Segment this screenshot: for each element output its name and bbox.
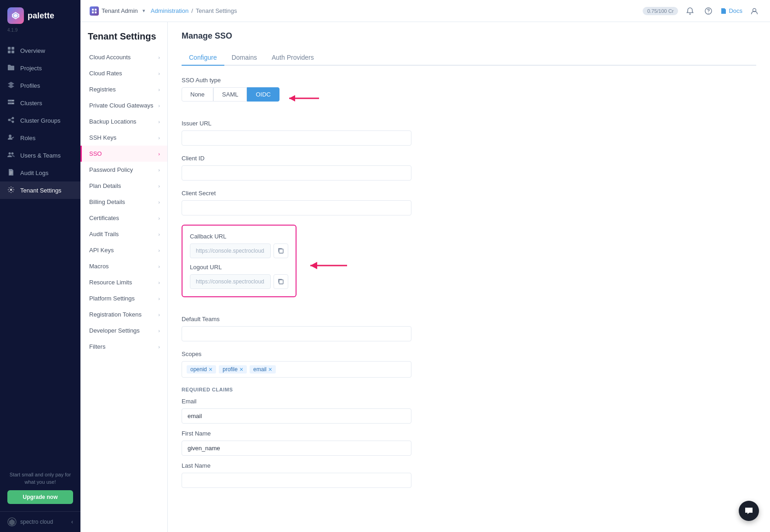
first-name-claim-input[interactable] — [182, 441, 411, 456]
scope-remove-openid[interactable]: × — [209, 366, 212, 373]
sidebar-item-tenant-settings[interactable]: Tenant Settings — [0, 181, 80, 199]
folder-icon — [7, 64, 16, 72]
settings-item-audit-trails[interactable]: Audit Trails › — [80, 226, 167, 242]
sidebar-item-clusters[interactable]: Clusters — [0, 94, 80, 112]
svg-point-21 — [10, 189, 12, 191]
copy-callback-url-button[interactable] — [274, 243, 288, 258]
copy-icon — [278, 248, 284, 254]
notifications-icon[interactable] — [684, 5, 696, 17]
issuer-url-input[interactable] — [182, 130, 411, 146]
sidebar-item-roles[interactable]: Roles — [0, 129, 80, 147]
scope-remove-email[interactable]: × — [268, 366, 272, 373]
settings-item-label: Cloud Rates — [89, 70, 122, 77]
svg-rect-24 — [92, 9, 94, 11]
server-icon — [7, 99, 16, 107]
settings-item-backup-locations[interactable]: Backup Locations › — [80, 113, 167, 130]
tab-domains[interactable]: Domains — [224, 50, 264, 66]
settings-item-api-keys[interactable]: API Keys › — [80, 242, 167, 258]
sidebar-item-projects[interactable]: Projects — [0, 59, 80, 77]
settings-item-cloud-rates[interactable]: Cloud Rates › — [80, 65, 167, 81]
sidebar-item-overview[interactable]: Overview — [0, 42, 80, 59]
settings-item-label: Certificates — [89, 215, 119, 221]
settings-item-label: Macros — [89, 263, 109, 270]
settings-item-certificates[interactable]: Certificates › — [80, 210, 167, 226]
client-id-input[interactable] — [182, 165, 411, 181]
auth-btn-saml[interactable]: SAML — [213, 87, 247, 102]
settings-item-macros[interactable]: Macros › — [80, 258, 167, 274]
settings-item-ssh-keys[interactable]: SSH Keys › — [80, 130, 167, 146]
tab-configure[interactable]: Configure — [182, 50, 224, 66]
default-teams-input[interactable] — [182, 326, 411, 341]
upgrade-button[interactable]: Upgrade now — [7, 490, 73, 504]
callback-url-input[interactable] — [190, 243, 271, 258]
callback-url-label: Callback URL — [190, 233, 288, 240]
breadcrumb-admin-link[interactable]: Administration — [151, 7, 188, 14]
settings-item-sso[interactable]: SSO › — [80, 146, 167, 162]
settings-item-cloud-accounts[interactable]: Cloud Accounts › — [80, 49, 167, 65]
chevron-right-icon: › — [158, 87, 160, 92]
breadcrumb: Administration / Tenant Settings — [151, 7, 237, 14]
copy-logout-url-button[interactable] — [274, 274, 288, 289]
sidebar-bottom: Start small and only pay for what you us… — [0, 464, 80, 511]
settings-item-plan-details[interactable]: Plan Details › — [80, 178, 167, 194]
auth-btn-none[interactable]: None — [182, 87, 213, 102]
scopes-label: Scopes — [182, 351, 756, 357]
chevron-right-icon: › — [158, 296, 160, 301]
tab-auth-providers[interactable]: Auth Providers — [264, 50, 321, 66]
svg-marker-0 — [12, 12, 19, 19]
sidebar-item-cluster-groups[interactable]: Cluster Groups — [0, 112, 80, 129]
sidebar-item-label: Cluster Groups — [20, 117, 60, 124]
settings-item-filters[interactable]: Filters › — [80, 339, 167, 355]
settings-item-label: SSO — [89, 150, 102, 157]
svg-rect-34 — [279, 249, 283, 253]
main-panel: Manage SSO Configure Domains Auth Provid… — [168, 22, 770, 532]
auth-btn-oidc[interactable]: OIDC — [247, 87, 279, 102]
sidebar-item-label: Audit Logs — [20, 170, 48, 176]
settings-item-private-cloud-gateways[interactable]: Private Cloud Gateways › — [80, 97, 167, 113]
scope-tag-email: email × — [250, 365, 276, 374]
tenant-name: Tenant Admin — [102, 7, 138, 14]
chevron-right-icon: › — [158, 312, 160, 317]
callback-section-wrapper: Callback URL Logout URL — [182, 225, 756, 306]
chevron-right-icon: › — [158, 183, 160, 189]
sidebar-item-users-teams[interactable]: Users & Teams — [0, 147, 80, 164]
settings-item-password-policy[interactable]: Password Policy › — [80, 162, 167, 178]
chevron-right-icon: › — [158, 151, 160, 157]
settings-item-developer-settings[interactable]: Developer Settings › — [80, 323, 167, 339]
settings-item-label: Filters — [89, 343, 105, 350]
settings-title: Tenant Settings — [80, 22, 167, 49]
help-icon[interactable] — [702, 5, 715, 17]
chevron-right-icon: › — [158, 199, 160, 205]
settings-icon — [7, 186, 16, 194]
scope-tag-profile: profile × — [219, 365, 247, 374]
user-profile-icon[interactable] — [748, 5, 761, 17]
first-name-claim-label: First Name — [182, 430, 756, 437]
settings-item-registration-tokens[interactable]: Registration Tokens › — [80, 306, 167, 323]
chat-fab-button[interactable] — [739, 501, 759, 521]
chevron-right-icon: › — [158, 135, 160, 141]
last-name-claim-input[interactable] — [182, 473, 411, 488]
settings-item-platform-settings[interactable]: Platform Settings › — [80, 290, 167, 306]
scopes-container[interactable]: openid × profile × email × — [182, 361, 411, 378]
email-claim-input[interactable] — [182, 408, 411, 424]
sidebar-item-profiles[interactable]: Profiles — [0, 77, 80, 94]
scope-tag-label: email — [253, 366, 267, 373]
logout-url-input[interactable] — [190, 274, 271, 289]
sidebar-item-audit-logs[interactable]: Audit Logs — [0, 164, 80, 181]
docs-link[interactable]: Docs — [720, 7, 742, 14]
settings-item-resource-limits[interactable]: Resource Limits › — [80, 274, 167, 290]
client-secret-input[interactable] — [182, 200, 411, 215]
scopes-section: Scopes openid × profile × email × — [182, 351, 756, 378]
callback-url-input-group — [190, 243, 288, 258]
sidebar-navigation: Overview Projects Profiles Clusters — [0, 38, 80, 464]
settings-item-label: Cloud Accounts — [89, 54, 131, 61]
settings-item-label: SSH Keys — [89, 134, 116, 141]
scope-remove-profile[interactable]: × — [240, 366, 243, 373]
client-secret-label: Client Secret — [182, 190, 756, 197]
settings-item-billing-details[interactable]: Billing Details › — [80, 194, 167, 210]
svg-line-14 — [10, 120, 12, 121]
settings-item-registries[interactable]: Registries › — [80, 81, 167, 97]
tenant-selector[interactable]: Tenant Admin ▾ — [90, 6, 145, 16]
sidebar-collapse-icon[interactable]: ‹ — [71, 519, 73, 525]
first-name-claim-field: First Name — [182, 430, 756, 456]
